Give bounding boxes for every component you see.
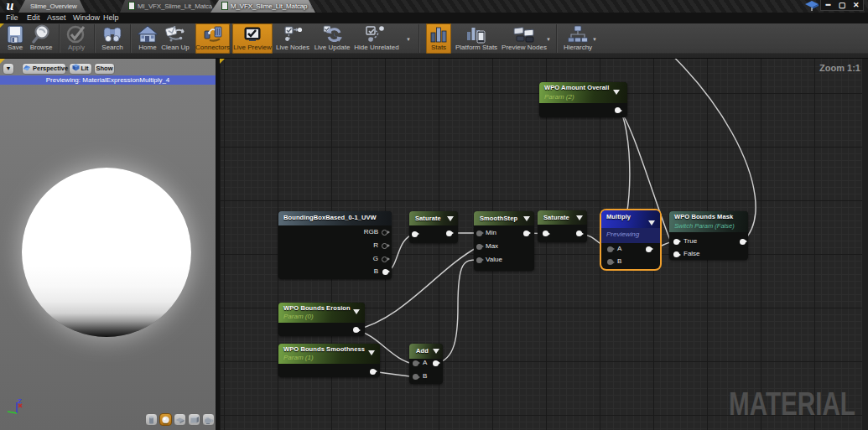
svg-text:Z: Z [18,397,22,405]
